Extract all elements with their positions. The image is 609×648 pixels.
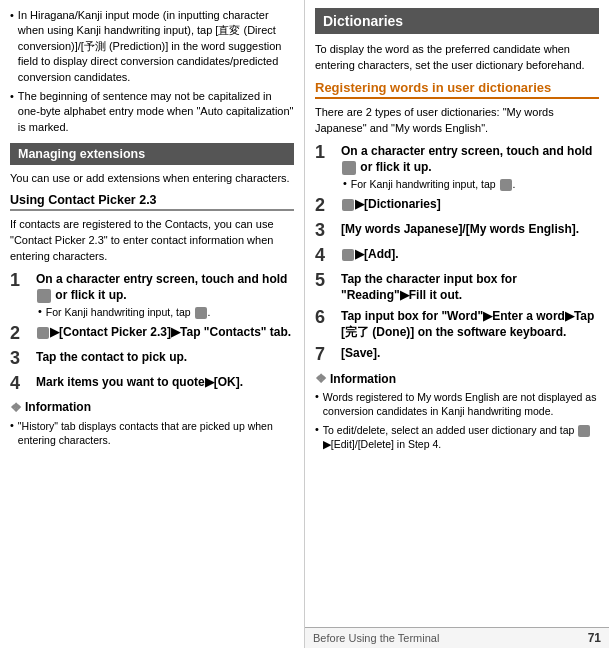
right-info-bullet-2: • To edit/delete, select an added user d… (315, 423, 599, 451)
managing-extensions-body: You can use or add extensions when enter… (10, 171, 294, 187)
right-step-2: 2 ▶[Dictionaries] (315, 196, 599, 216)
icon-edit (578, 425, 590, 437)
right-step-5-text: Tap the character input box for "Reading… (341, 272, 517, 302)
left-step-4: 4 Mark items you want to quote▶[OK]. (10, 374, 294, 394)
right-info-dot-1: • (315, 390, 319, 402)
step-num-3: 3 (10, 349, 32, 369)
left-info-section: ❖ Information • "History" tab displays c… (10, 400, 294, 447)
contact-picker-body: If contacts are registered to the Contac… (10, 217, 294, 265)
right-step-6-content: Tap input box for "Word"▶Enter a word▶Ta… (341, 308, 599, 340)
managing-extensions-header: Managing extensions (10, 143, 294, 165)
registering-header: Registering words in user dictionaries (315, 80, 599, 99)
right-steps-list: 1 On a character entry screen, touch and… (315, 143, 599, 366)
icon-step2-right (342, 199, 354, 211)
step-1-content: On a character entry screen, touch and h… (36, 271, 294, 320)
right-step-num-5: 5 (315, 271, 337, 291)
step-2-content: ▶[Contact Picker 2.3]▶Tap "Contacts" tab… (36, 324, 291, 340)
step-3-content: Tap the contact to pick up. (36, 349, 187, 365)
right-sub-dot-1: • (343, 177, 347, 189)
left-step-1: 1 On a character entry screen, touch and… (10, 271, 294, 320)
right-step-num-2: 2 (315, 196, 337, 216)
right-step-1-sub-text: For Kanji handwriting input, tap . (351, 177, 516, 191)
right-step-5: 5 Tap the character input box for "Readi… (315, 271, 599, 303)
right-step-num-4: 4 (315, 246, 337, 266)
right-step-num-1: 1 (315, 143, 337, 163)
left-step-2: 2 ▶[Contact Picker 2.3]▶Tap "Contacts" t… (10, 324, 294, 344)
right-step-7-text: [Save]. (341, 346, 380, 360)
left-column: • In Hiragana/Kanji input mode (in input… (0, 0, 305, 648)
footer-bar: Before Using the Terminal 71 (305, 627, 609, 648)
bullet-text-2: The beginning of sentence may not be cap… (18, 89, 294, 135)
icon-kanji-right (500, 179, 512, 191)
diamond-icon-left: ❖ (10, 400, 22, 415)
contact-picker-title: Using Contact Picker 2.3 (10, 193, 294, 211)
left-info-header: ❖ Information (10, 400, 294, 415)
step-2-text: ▶[Contact Picker 2.3]▶Tap "Contacts" tab… (36, 325, 291, 339)
intro-bullets: • In Hiragana/Kanji input mode (in input… (10, 8, 294, 135)
step-1-sub: • For Kanji handwriting input, tap . (38, 305, 294, 319)
right-step-6: 6 Tap input box for "Word"▶Enter a word▶… (315, 308, 599, 340)
right-info-label: Information (330, 372, 396, 386)
page: • In Hiragana/Kanji input mode (in input… (0, 0, 609, 648)
right-info-text-1: Words registered to My words English are… (323, 390, 599, 418)
right-step-5-content: Tap the character input box for "Reading… (341, 271, 599, 303)
sub-dot-1: • (38, 305, 42, 317)
step-4-content: Mark items you want to quote▶[OK]. (36, 374, 243, 390)
right-info-section: ❖ Information • Words registered to My w… (315, 371, 599, 451)
right-info-bullet-1: • Words registered to My words English a… (315, 390, 599, 418)
right-step-6-text: Tap input box for "Word"▶Enter a word▶Ta… (341, 309, 594, 339)
left-info-label: Information (25, 400, 91, 414)
step-num-2: 2 (10, 324, 32, 344)
step-4-text: Mark items you want to quote▶[OK]. (36, 375, 243, 389)
bullet-item-1: • In Hiragana/Kanji input mode (in input… (10, 8, 294, 85)
info-bullet-dot-1: • (10, 419, 14, 431)
left-step-3: 3 Tap the contact to pick up. (10, 349, 294, 369)
icon-hold-right (342, 161, 356, 175)
step-1-sub-text: For Kanji handwriting input, tap . (46, 305, 211, 319)
right-info-dot-2: • (315, 423, 319, 435)
right-step-1-sub: • For Kanji handwriting input, tap . (343, 177, 599, 191)
right-step-4: 4 ▶[Add]. (315, 246, 599, 266)
footer-page: 71 (588, 631, 601, 645)
footer-label: Before Using the Terminal (313, 632, 439, 644)
step-num-4: 4 (10, 374, 32, 394)
right-step-2-content: ▶[Dictionaries] (341, 196, 441, 212)
icon-step2 (37, 327, 49, 339)
step-3-text: Tap the contact to pick up. (36, 350, 187, 364)
step-num-1: 1 (10, 271, 32, 291)
left-info-bullet-text-1: "History" tab displays contacts that are… (18, 419, 294, 447)
right-step-4-text: ▶[Add]. (341, 247, 399, 261)
dictionaries-body: To display the word as the preferred can… (315, 42, 599, 74)
bullet-dot-2: • (10, 89, 14, 104)
step-1-text: On a character entry screen, touch and h… (36, 272, 287, 302)
left-steps-list: 1 On a character entry screen, touch and… (10, 271, 294, 394)
icon-kanji (195, 307, 207, 319)
right-column: Dictionaries To display the word as the … (305, 0, 609, 648)
right-info-header: ❖ Information (315, 371, 599, 386)
icon-hold (37, 289, 51, 303)
right-info-text-2: To edit/delete, select an added user dic… (323, 423, 599, 451)
right-step-num-7: 7 (315, 345, 337, 365)
right-step-7-content: [Save]. (341, 345, 380, 361)
right-step-1-content: On a character entry screen, touch and h… (341, 143, 599, 192)
bullet-item-2: • The beginning of sentence may not be c… (10, 89, 294, 135)
left-info-bullet-1: • "History" tab displays contacts that a… (10, 419, 294, 447)
right-step-num-3: 3 (315, 221, 337, 241)
icon-add (342, 249, 354, 261)
right-step-num-6: 6 (315, 308, 337, 328)
diamond-icon-right: ❖ (315, 371, 327, 386)
right-step-7: 7 [Save]. (315, 345, 599, 365)
registering-body: There are 2 types of user dictionaries: … (315, 105, 599, 137)
bullet-dot: • (10, 8, 14, 23)
bullet-text-1: In Hiragana/Kanji input mode (in inputti… (18, 8, 294, 85)
right-step-2-text: ▶[Dictionaries] (341, 197, 441, 211)
right-step-3-content: [My words Japanese]/[My words English]. (341, 221, 579, 237)
right-step-4-content: ▶[Add]. (341, 246, 399, 262)
right-step-3: 3 [My words Japanese]/[My words English]… (315, 221, 599, 241)
right-step-3-text: [My words Japanese]/[My words English]. (341, 222, 579, 236)
dictionaries-header: Dictionaries (315, 8, 599, 34)
right-step-1-text: On a character entry screen, touch and h… (341, 144, 592, 174)
right-step-1: 1 On a character entry screen, touch and… (315, 143, 599, 192)
